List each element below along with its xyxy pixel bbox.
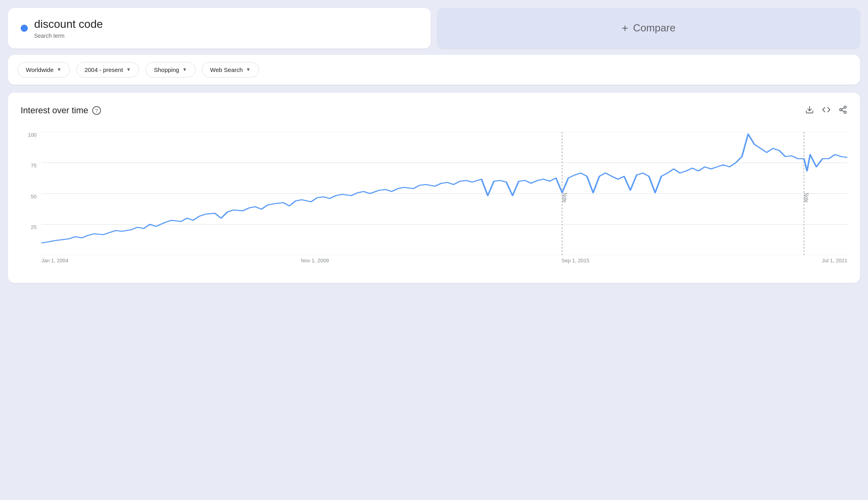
- x-label-2015: Sep 1, 2015: [562, 258, 589, 264]
- search-text-block: discount code Search term: [34, 17, 103, 39]
- y-label-25: 25: [21, 224, 40, 230]
- search-type-dropdown-icon: ▼: [246, 67, 251, 72]
- x-label-2009: Nov 1, 2009: [301, 258, 329, 264]
- region-filter[interactable]: Worldwide ▼: [17, 62, 70, 78]
- region-dropdown-icon: ▼: [57, 67, 62, 72]
- svg-line-4: [842, 110, 844, 112]
- chart-area: 100 75 50 25 Note Note: [21, 132, 847, 267]
- trend-line: [41, 134, 847, 243]
- time-dropdown-icon: ▼: [126, 67, 131, 72]
- x-label-2004: Jan 1, 2004: [41, 258, 68, 264]
- category-filter[interactable]: Shopping ▼: [145, 62, 195, 78]
- compare-card[interactable]: + Compare: [437, 8, 860, 48]
- chart-actions: [805, 105, 847, 116]
- chart-header: Interest over time ?: [21, 105, 847, 116]
- y-axis-labels: 100 75 50 25: [21, 132, 40, 255]
- help-icon[interactable]: ?: [92, 106, 101, 115]
- y-label-75: 75: [21, 163, 40, 169]
- chart-title-row: Interest over time ?: [21, 105, 101, 116]
- embed-icon[interactable]: [822, 105, 831, 116]
- category-label: Shopping: [154, 66, 179, 73]
- filter-row: Worldwide ▼ 2004 - present ▼ Shopping ▼ …: [8, 55, 860, 85]
- compare-label: Compare: [633, 22, 676, 34]
- y-label-100: 100: [21, 132, 40, 138]
- chart-title: Interest over time: [21, 105, 88, 116]
- chart-svg-container: Note Note: [41, 132, 847, 255]
- svg-text:Note: Note: [561, 193, 568, 202]
- category-dropdown-icon: ▼: [182, 67, 187, 72]
- svg-line-5: [842, 108, 844, 109]
- time-label: 2004 - present: [85, 66, 123, 73]
- compare-plus-icon: +: [622, 22, 628, 35]
- search-type-label: Web Search: [210, 66, 243, 73]
- y-label-50: 50: [21, 194, 40, 200]
- time-filter[interactable]: 2004 - present ▼: [76, 62, 140, 78]
- search-card: discount code Search term: [8, 8, 431, 48]
- share-icon[interactable]: [839, 105, 847, 116]
- search-sub-label: Search term: [34, 33, 103, 39]
- trend-line-chart: Note Note: [41, 132, 847, 255]
- search-type-filter[interactable]: Web Search ▼: [202, 62, 259, 78]
- search-dot: [21, 25, 28, 32]
- region-label: Worldwide: [26, 66, 54, 73]
- search-term: discount code: [34, 17, 103, 31]
- x-label-2021: Jul 1, 2021: [822, 258, 847, 264]
- download-icon[interactable]: [805, 105, 814, 116]
- x-axis-labels: Jan 1, 2004 Nov 1, 2009 Sep 1, 2015 Jul …: [41, 258, 847, 267]
- chart-card: Interest over time ?: [8, 93, 860, 283]
- svg-text:Note: Note: [803, 193, 810, 202]
